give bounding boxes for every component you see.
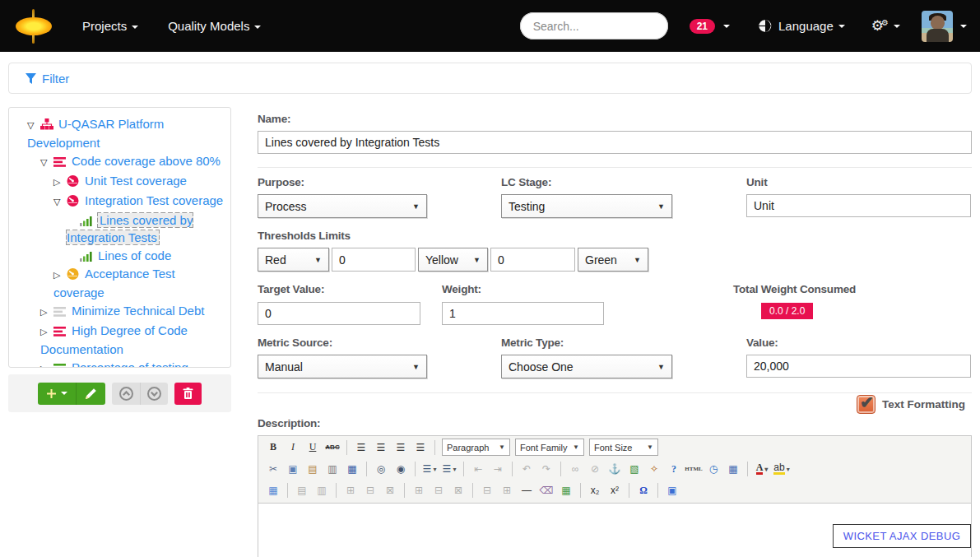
align-right-icon[interactable]: ☰: [392, 439, 410, 456]
threshold-red-value-input[interactable]: [332, 248, 416, 272]
threshold-green-select[interactable]: Green ▼: [578, 248, 648, 272]
name-input[interactable]: [258, 131, 972, 154]
tree-item-label[interactable]: Minimize Technical Debt: [72, 304, 204, 318]
paste-word-icon[interactable]: ▦: [343, 461, 361, 477]
bold-icon[interactable]: B: [264, 439, 282, 456]
image-icon[interactable]: ▧: [625, 461, 643, 477]
edit-node-button[interactable]: [76, 383, 105, 405]
nav-quality-models-menu[interactable]: Quality Models: [168, 19, 261, 33]
chart-green-icon: [80, 213, 93, 225]
tree-collapse-icon[interactable]: ▽: [40, 154, 52, 171]
tree-collapse-icon[interactable]: ▽: [53, 193, 65, 211]
align-center-icon[interactable]: ☰: [372, 439, 390, 456]
tree-collapse-icon[interactable]: ▽: [27, 117, 39, 134]
tree-expand-icon[interactable]: ▷: [53, 267, 65, 284]
target-value-input[interactable]: [258, 302, 420, 325]
visual-aid-icon[interactable]: ▦: [557, 482, 575, 499]
help-icon[interactable]: ?: [665, 461, 683, 477]
font-family-select[interactable]: Font Family▼: [515, 439, 584, 456]
notification-count-badge: 21: [690, 19, 715, 34]
strikethrough-icon[interactable]: ABC: [323, 439, 341, 456]
language-menu[interactable]: Language: [758, 19, 845, 33]
threshold-yellow-value-input[interactable]: [490, 248, 575, 272]
toolbar-separator: [366, 462, 367, 476]
threshold-red-select[interactable]: Red ▼: [258, 248, 329, 272]
purpose-select[interactable]: Process ▼: [258, 194, 427, 218]
backcolor-icon[interactable]: ab▾: [773, 461, 791, 477]
forecolor-icon[interactable]: A▾: [753, 461, 771, 477]
metric-source-select[interactable]: Manual ▼: [258, 355, 427, 378]
tree-item-label[interactable]: Lines of code: [98, 248, 171, 262]
numbered-list-icon[interactable]: ☰▾: [440, 461, 458, 477]
filter-toggle[interactable]: Filter: [26, 72, 69, 86]
insert-table-icon[interactable]: ▦: [264, 482, 282, 499]
tree-expand-icon[interactable]: ▷: [40, 323, 52, 341]
threshold-yellow-select[interactable]: Yellow ▼: [418, 248, 488, 272]
tree-item-label[interactable]: Code coverage above 80%: [72, 154, 221, 168]
remove-format-icon[interactable]: ⌫: [537, 482, 555, 499]
copy-icon[interactable]: ▣: [284, 461, 302, 477]
paste-text-icon[interactable]: ▥: [323, 461, 341, 477]
delete-node-button[interactable]: [174, 383, 202, 405]
metric-type-select[interactable]: Choose One ▼: [501, 355, 672, 378]
tree-item-label[interactable]: Integration Test coverage: [85, 193, 223, 207]
lc-stage-select[interactable]: Testing ▼: [501, 194, 672, 218]
move-down-button[interactable]: [140, 383, 168, 405]
tree-expand-icon[interactable]: ▷: [53, 174, 65, 191]
wicket-ajax-debug-button[interactable]: WICKET AJAX DEBUG: [833, 524, 971, 548]
toolbar-separator: [629, 483, 629, 498]
name-label: Name:: [258, 113, 290, 125]
fullscreen-icon[interactable]: ▣: [663, 482, 681, 499]
find-replace-icon[interactable]: ◉: [392, 461, 410, 477]
value-input[interactable]: [746, 355, 971, 378]
toolbar-separator: [512, 462, 513, 476]
purpose-label: Purpose:: [258, 176, 304, 188]
insert-time-icon[interactable]: ◷: [704, 461, 722, 477]
paste-icon[interactable]: ▤: [304, 461, 322, 477]
subscript-icon[interactable]: x₂: [586, 482, 604, 499]
chevron-down-icon: [254, 26, 261, 29]
tree-expand-icon[interactable]: ▷: [40, 304, 52, 321]
value-label: Value:: [746, 337, 778, 349]
justify-icon[interactable]: ☰: [411, 439, 430, 456]
underline-icon[interactable]: U: [304, 439, 322, 456]
paragraph-select[interactable]: Paragraph▼: [442, 439, 510, 456]
settings-menu[interactable]: ⚙⚙: [871, 19, 900, 33]
cleanup-icon[interactable]: ✧: [645, 461, 663, 477]
italic-icon[interactable]: I: [284, 439, 302, 456]
tree-item: ▽Code coverage above 80%: [14, 152, 225, 171]
search-input[interactable]: [520, 12, 668, 39]
weight-input[interactable]: [442, 302, 604, 325]
chevron-down-icon: ▾: [764, 466, 768, 473]
font-size-select[interactable]: Font Size▼: [589, 439, 658, 456]
tree-item-label[interactable]: Unit Test coverage: [85, 174, 187, 188]
app-logo-icon[interactable]: [15, 7, 53, 45]
cut-icon[interactable]: ✂: [264, 461, 282, 477]
unit-input[interactable]: [746, 194, 971, 217]
chevron-down-icon: ▼: [407, 363, 420, 371]
bullet-list-icon[interactable]: ☰▾: [420, 461, 439, 477]
find-icon[interactable]: ◎: [372, 461, 390, 477]
weight-label: Weight:: [442, 283, 481, 295]
horizontal-rule-icon[interactable]: —: [518, 482, 536, 499]
bars-gray-icon: [53, 304, 67, 315]
html-icon[interactable]: HTML: [685, 461, 703, 477]
chevron-down-icon: [61, 392, 67, 395]
align-left-icon[interactable]: ☰: [352, 439, 370, 456]
move-up-button[interactable]: [112, 383, 140, 405]
chevron-down-icon: ▼: [407, 202, 420, 211]
special-char-icon[interactable]: Ω: [634, 482, 653, 499]
chevron-down-icon: ▼: [653, 363, 665, 371]
chevron-down-icon: ▼: [629, 256, 641, 264]
anchor-icon[interactable]: ⚓: [606, 461, 624, 477]
gauge-red-icon: [67, 193, 80, 205]
add-node-button[interactable]: [38, 383, 76, 405]
superscript-icon[interactable]: x²: [606, 482, 624, 499]
insert-date-icon[interactable]: ▦: [724, 461, 742, 477]
metric-form: Name: Purpose: Process ▼ LC Stage: Testi…: [258, 107, 972, 557]
nav-projects-menu[interactable]: Projects: [82, 19, 138, 33]
notifications-menu[interactable]: 21: [690, 19, 730, 34]
tree-expand-icon[interactable]: ▷: [40, 360, 52, 368]
text-formatting-checkbox[interactable]: ✔: [857, 395, 875, 414]
user-menu[interactable]: [922, 11, 967, 42]
